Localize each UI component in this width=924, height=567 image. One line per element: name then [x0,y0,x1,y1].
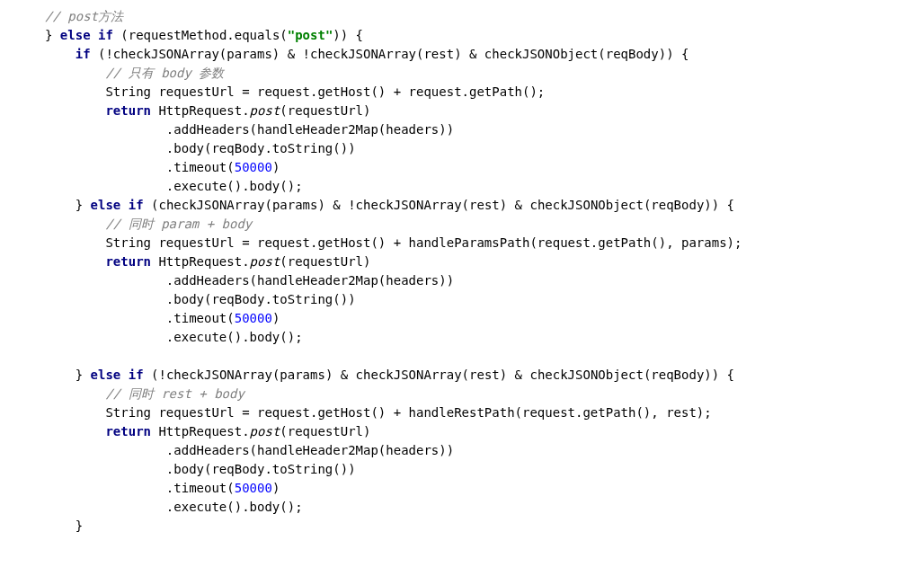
code-line: .addHeaders(handleHeader2Map(headers)) [45,122,454,137]
code-line: .execute().body(); [45,500,303,514]
code-line: String requestUrl = request.getHost() + … [45,405,712,420]
code-line: .execute().body(); [45,330,303,344]
code-line: } else if (!checkJSONArray(params) & che… [45,368,734,382]
code-line: .timeout(50000) [45,481,280,495]
code-line: } [45,518,83,533]
code-line: String requestUrl = request.getHost() + … [45,84,545,99]
comment: // post方法 [45,9,123,23]
code-line: .timeout(50000) [45,160,280,174]
code-line: .body(reqBody.toString()) [45,141,356,155]
code-line: .timeout(50000) [45,311,280,325]
code-line: .body(reqBody.toString()) [45,292,356,306]
code-line: String requestUrl = request.getHost() + … [45,235,742,250]
comment: // 同时 param + body [45,217,252,231]
code-line: .addHeaders(handleHeader2Map(headers)) [45,273,454,288]
code-line: .body(reqBody.toString()) [45,462,356,476]
code-line: } else if (checkJSONArray(params) & !che… [45,198,734,212]
code-line: return HttpRequest.post(requestUrl) [45,254,370,269]
code-line: } else if (requestMethod.equals("post"))… [45,28,363,42]
comment: // 只有 body 参数 [45,66,224,80]
comment: // 同时 rest + body [45,386,244,401]
code-line: if (!checkJSONArray(params) & !checkJSON… [45,47,689,61]
code-block: // post方法 } else if (requestMethod.equal… [0,0,924,536]
code-line: .execute().body(); [45,179,303,193]
code-line: return HttpRequest.post(requestUrl) [45,103,370,118]
code-line: return HttpRequest.post(requestUrl) [45,424,370,439]
code-line: .addHeaders(handleHeader2Map(headers)) [45,443,454,457]
